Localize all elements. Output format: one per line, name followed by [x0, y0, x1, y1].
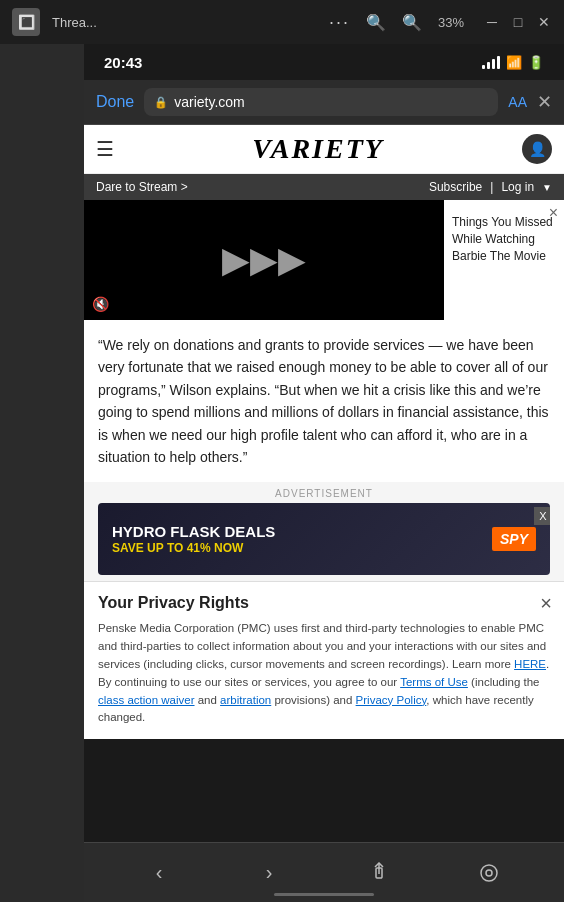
privacy-close-button[interactable]: ×: [540, 592, 552, 615]
variety-logo: VARIETY: [126, 133, 510, 165]
article-quote: “We rely on donations and grants to prov…: [98, 334, 550, 468]
maximize-button[interactable]: □: [510, 14, 526, 30]
url-text: variety.com: [174, 94, 245, 110]
separator: |: [490, 180, 493, 194]
hamburger-menu-icon[interactable]: ☰: [96, 137, 114, 161]
log-in-button[interactable]: Log in: [501, 180, 534, 194]
svg-point-3: [486, 870, 492, 876]
ad-subtext: SAVE UP TO 41% NOW: [112, 541, 492, 555]
zoom-out-icon[interactable]: 🔍: [366, 13, 386, 32]
signal-icon: [482, 55, 500, 69]
zoom-controls: 🔍 🔍 33%: [366, 13, 464, 32]
bookmark-button[interactable]: [467, 851, 511, 895]
privacy-text: Penske Media Corporation (PMC) uses firs…: [98, 620, 550, 727]
ad-label: ADVERTISEMENT: [84, 488, 564, 499]
arbitration-link[interactable]: arbitration: [220, 694, 271, 706]
forward-button[interactable]: ›: [247, 851, 291, 895]
svg-point-2: [481, 865, 497, 881]
ad-badge: SPY: [492, 527, 536, 551]
ad-text: HYDRO FLASK DEALS SAVE UP TO 41% NOW: [112, 523, 492, 555]
home-indicator: [274, 893, 374, 896]
menu-dots[interactable]: ···: [329, 12, 350, 33]
privacy-policy-link[interactable]: Privacy Policy: [356, 694, 427, 706]
status-bar: 20:43 📶 🔋: [84, 44, 564, 80]
phone-frame: 20:43 📶 🔋 Done 🔒 variety.com AA ✕ ☰ VARI…: [84, 44, 564, 902]
wifi-icon: 📶: [506, 55, 522, 70]
play-icon: ▶▶▶: [222, 239, 306, 281]
status-time: 20:43: [104, 54, 142, 71]
ad-headline: HYDRO FLASK DEALS: [112, 523, 492, 541]
dare-to-stream-link[interactable]: Dare to Stream >: [96, 180, 188, 194]
window-title: Threa...: [52, 15, 317, 30]
close-window-button[interactable]: ✕: [536, 14, 552, 30]
zoom-level: 33%: [438, 15, 464, 30]
battery-icon: 🔋: [528, 55, 544, 70]
video-section: ▶▶▶ 🔇 × Things You Missed While Watching…: [84, 200, 564, 320]
site-nav: ☰ VARIETY 👤: [84, 125, 564, 174]
video-player[interactable]: ▶▶▶ 🔇: [84, 200, 444, 320]
browser-bar: Done 🔒 variety.com AA ✕: [84, 80, 564, 125]
video-info-panel: × Things You Missed While Watching Barbi…: [444, 200, 564, 320]
class-action-link[interactable]: class action waiver: [98, 694, 195, 706]
ad-section: ADVERTISEMENT HYDRO FLASK DEALS SAVE UP …: [84, 482, 564, 581]
article-content: “We rely on donations and grants to prov…: [84, 320, 564, 482]
url-bar[interactable]: 🔒 variety.com: [144, 88, 498, 116]
reader-mode-button[interactable]: AA: [508, 94, 527, 110]
minimize-button[interactable]: ─: [484, 14, 500, 30]
site-content: ☰ VARIETY 👤 Dare to Stream > Subscribe |…: [84, 125, 564, 739]
user-icon[interactable]: 👤: [522, 134, 552, 164]
privacy-banner: Your Privacy Rights × Penske Media Corpo…: [84, 581, 564, 739]
subscribe-button[interactable]: Subscribe: [429, 180, 482, 194]
bottom-bar: ‹ ›: [84, 842, 564, 902]
video-info-title: Things You Missed While Watching Barbie …: [452, 214, 556, 264]
back-button[interactable]: ‹: [137, 851, 181, 895]
video-info-close-button[interactable]: ×: [549, 204, 558, 222]
close-tab-button[interactable]: ✕: [537, 91, 552, 113]
here-link[interactable]: HERE: [514, 658, 546, 670]
mute-button[interactable]: 🔇: [92, 296, 109, 312]
title-bar: 🔳 Threa... ··· 🔍 🔍 33% ─ □ ✕: [0, 0, 564, 44]
done-button[interactable]: Done: [96, 93, 134, 111]
terms-of-use-link[interactable]: Terms of Use: [400, 676, 468, 688]
ad-banner[interactable]: HYDRO FLASK DEALS SAVE UP TO 41% NOW SPY…: [98, 503, 550, 575]
share-button[interactable]: [357, 851, 401, 895]
zoom-in-icon[interactable]: 🔍: [402, 13, 422, 32]
window-buttons: ─ □ ✕: [484, 14, 552, 30]
app-icon: 🔳: [12, 8, 40, 36]
lock-icon: 🔒: [154, 96, 168, 109]
privacy-title: Your Privacy Rights: [98, 594, 550, 612]
sub-nav-right: Subscribe | Log in ▼: [429, 180, 552, 194]
ad-close-button[interactable]: X: [534, 507, 550, 525]
status-icons: 📶 🔋: [482, 55, 544, 70]
sub-nav-bar: Dare to Stream > Subscribe | Log in ▼: [84, 174, 564, 200]
dropdown-arrow-icon: ▼: [542, 182, 552, 193]
